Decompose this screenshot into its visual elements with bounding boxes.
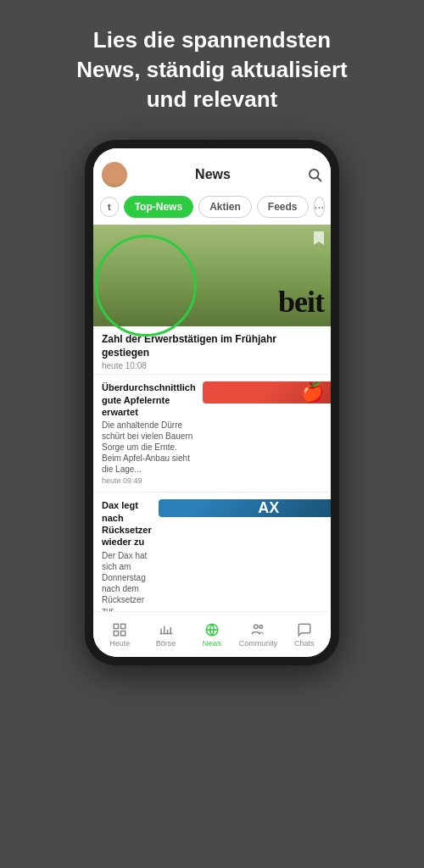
news-item-1-content: Überdurchschnittlich gute Apfelernte erw…	[102, 381, 196, 485]
svg-rect-5	[121, 631, 126, 635]
hero-headline: Zahl der Erwerbstätigen im Frühjahr gest…	[102, 333, 322, 359]
nav-item-heute[interactable]: Heute	[97, 622, 142, 648]
news-thumb-apples: 🍎	[203, 381, 331, 403]
chart-icon	[159, 622, 174, 637]
chat-icon	[297, 622, 312, 637]
tab-pill-t[interactable]: t	[100, 197, 119, 217]
hero-image: beit	[93, 225, 331, 326]
app-header: News	[93, 148, 331, 192]
hero-article-info[interactable]: Zahl der Erwerbstätigen im Frühjahr gest…	[93, 326, 331, 375]
phone-screen: News t Top-News Aktien Feeds ··· beit	[93, 148, 331, 657]
news-item-2-desc: Der Dax hat sich am Donnerstag nach dem …	[102, 550, 152, 612]
header-title: News	[127, 167, 298, 182]
nav-label-community: Community	[239, 639, 278, 648]
tab-pill-feeds[interactable]: Feeds	[257, 196, 309, 218]
avatar[interactable]	[102, 162, 127, 187]
headline-line2: News, ständig aktualisiert	[76, 57, 347, 82]
nav-item-boerse[interactable]: Börse	[142, 622, 188, 648]
nav-label-chats: Chats	[294, 639, 315, 648]
bottom-nav: Heute Börse News	[93, 611, 331, 657]
news-list: Überdurchschnittlich gute Apfelernte erw…	[93, 375, 331, 611]
phone-frame: News t Top-News Aktien Feeds ··· beit	[85, 140, 339, 665]
hero-time: heute 10:08	[102, 361, 322, 370]
tab-pill-aktien[interactable]: Aktien	[198, 196, 252, 218]
news-item-2-content: Dax legt nach Rücksetzer wieder zu Der D…	[102, 499, 152, 611]
news-item-2-title: Dax legt nach Rücksetzer wieder zu	[102, 499, 152, 548]
headline-line1: Lies die spannendsten	[93, 27, 331, 53]
nav-label-boerse: Börse	[156, 639, 176, 648]
svg-rect-3	[121, 624, 126, 628]
tab-pill-topnews[interactable]: Top-News	[124, 196, 193, 218]
search-icon[interactable]	[307, 167, 322, 182]
globe-icon	[204, 622, 220, 637]
svg-point-14	[259, 625, 263, 628]
tab-more-button[interactable]: ···	[314, 197, 326, 217]
bookmark-icon[interactable]	[312, 230, 326, 247]
nav-item-news[interactable]: News	[189, 622, 235, 648]
tab-pills-container: t Top-News Aktien Feeds ···	[93, 192, 331, 225]
notch	[204, 140, 220, 147]
grid-icon	[112, 622, 127, 637]
news-item-1[interactable]: Überdurchschnittlich gute Apfelernte erw…	[93, 375, 331, 492]
news-item-2[interactable]: Dax legt nach Rücksetzer wieder zu Der D…	[93, 492, 331, 611]
svg-rect-2	[114, 624, 118, 628]
news-item-1-time: heute 09:49	[102, 476, 196, 485]
nav-item-chats[interactable]: Chats	[282, 622, 327, 648]
svg-point-0	[310, 170, 319, 179]
news-item-1-desc: Die anhaltende Dürre schürt bei vielen B…	[102, 420, 196, 475]
svg-rect-4	[114, 631, 118, 635]
headline-block: Lies die spannendsten News, ständig aktu…	[51, 25, 372, 114]
nav-label-news: News	[203, 639, 222, 648]
headline-line3: und relevant	[147, 86, 278, 112]
people-icon	[250, 622, 265, 637]
news-item-1-title: Überdurchschnittlich gute Apfelernte erw…	[102, 381, 196, 418]
svg-line-1	[318, 178, 321, 181]
hero-overlay-text: beit	[278, 284, 324, 320]
nav-item-community[interactable]: Community	[235, 622, 281, 648]
nav-label-heute: Heute	[109, 639, 130, 648]
svg-point-13	[254, 625, 259, 629]
news-thumb-dax: AX	[159, 499, 331, 517]
